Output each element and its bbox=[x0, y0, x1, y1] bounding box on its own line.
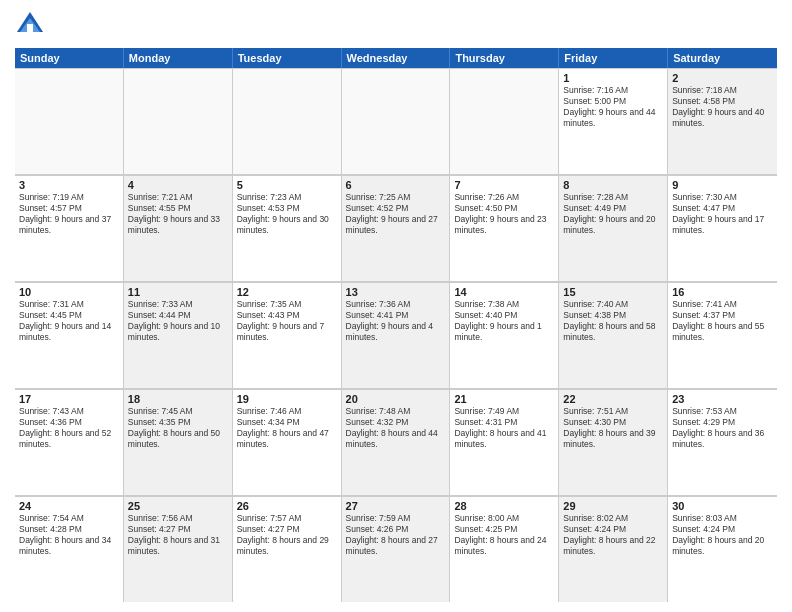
day-number: 11 bbox=[128, 286, 228, 298]
day-info: Sunrise: 8:00 AM Sunset: 4:25 PM Dayligh… bbox=[454, 513, 554, 557]
day-info: Sunrise: 7:21 AM Sunset: 4:55 PM Dayligh… bbox=[128, 192, 228, 236]
day-number: 24 bbox=[19, 500, 119, 512]
day-info: Sunrise: 7:26 AM Sunset: 4:50 PM Dayligh… bbox=[454, 192, 554, 236]
day-number: 15 bbox=[563, 286, 663, 298]
calendar-day-3: 3Sunrise: 7:19 AM Sunset: 4:57 PM Daylig… bbox=[15, 176, 124, 281]
day-info: Sunrise: 7:23 AM Sunset: 4:53 PM Dayligh… bbox=[237, 192, 337, 236]
calendar-day-20: 20Sunrise: 7:48 AM Sunset: 4:32 PM Dayli… bbox=[342, 390, 451, 495]
day-number: 21 bbox=[454, 393, 554, 405]
day-number: 25 bbox=[128, 500, 228, 512]
weekday-header-friday: Friday bbox=[559, 48, 668, 68]
weekday-header-tuesday: Tuesday bbox=[233, 48, 342, 68]
day-info: Sunrise: 7:56 AM Sunset: 4:27 PM Dayligh… bbox=[128, 513, 228, 557]
day-number: 4 bbox=[128, 179, 228, 191]
calendar-day-30: 30Sunrise: 8:03 AM Sunset: 4:24 PM Dayli… bbox=[668, 497, 777, 602]
calendar-body: 1Sunrise: 7:16 AM Sunset: 5:00 PM Daylig… bbox=[15, 68, 777, 602]
header bbox=[15, 10, 777, 40]
day-info: Sunrise: 7:36 AM Sunset: 4:41 PM Dayligh… bbox=[346, 299, 446, 343]
day-number: 16 bbox=[672, 286, 773, 298]
calendar-day-19: 19Sunrise: 7:46 AM Sunset: 4:34 PM Dayli… bbox=[233, 390, 342, 495]
day-info: Sunrise: 7:18 AM Sunset: 4:58 PM Dayligh… bbox=[672, 85, 773, 129]
day-number: 6 bbox=[346, 179, 446, 191]
calendar-row-3: 10Sunrise: 7:31 AM Sunset: 4:45 PM Dayli… bbox=[15, 282, 777, 389]
day-info: Sunrise: 7:31 AM Sunset: 4:45 PM Dayligh… bbox=[19, 299, 119, 343]
page: SundayMondayTuesdayWednesdayThursdayFrid… bbox=[0, 0, 792, 612]
calendar-day-17: 17Sunrise: 7:43 AM Sunset: 4:36 PM Dayli… bbox=[15, 390, 124, 495]
calendar-day-15: 15Sunrise: 7:40 AM Sunset: 4:38 PM Dayli… bbox=[559, 283, 668, 388]
day-info: Sunrise: 7:25 AM Sunset: 4:52 PM Dayligh… bbox=[346, 192, 446, 236]
calendar-day-8: 8Sunrise: 7:28 AM Sunset: 4:49 PM Daylig… bbox=[559, 176, 668, 281]
day-number: 10 bbox=[19, 286, 119, 298]
calendar-row-4: 17Sunrise: 7:43 AM Sunset: 4:36 PM Dayli… bbox=[15, 389, 777, 496]
calendar-day-14: 14Sunrise: 7:38 AM Sunset: 4:40 PM Dayli… bbox=[450, 283, 559, 388]
calendar-day-27: 27Sunrise: 7:59 AM Sunset: 4:26 PM Dayli… bbox=[342, 497, 451, 602]
day-number: 19 bbox=[237, 393, 337, 405]
calendar-header: SundayMondayTuesdayWednesdayThursdayFrid… bbox=[15, 48, 777, 68]
weekday-header-thursday: Thursday bbox=[450, 48, 559, 68]
calendar-row-1: 1Sunrise: 7:16 AM Sunset: 5:00 PM Daylig… bbox=[15, 68, 777, 175]
calendar-day-10: 10Sunrise: 7:31 AM Sunset: 4:45 PM Dayli… bbox=[15, 283, 124, 388]
day-number: 3 bbox=[19, 179, 119, 191]
day-number: 23 bbox=[672, 393, 773, 405]
calendar-day-29: 29Sunrise: 8:02 AM Sunset: 4:24 PM Dayli… bbox=[559, 497, 668, 602]
calendar-day-7: 7Sunrise: 7:26 AM Sunset: 4:50 PM Daylig… bbox=[450, 176, 559, 281]
day-number: 5 bbox=[237, 179, 337, 191]
day-info: Sunrise: 7:49 AM Sunset: 4:31 PM Dayligh… bbox=[454, 406, 554, 450]
calendar-day-23: 23Sunrise: 7:53 AM Sunset: 4:29 PM Dayli… bbox=[668, 390, 777, 495]
day-number: 22 bbox=[563, 393, 663, 405]
day-number: 17 bbox=[19, 393, 119, 405]
calendar-day-empty-0-3 bbox=[342, 69, 451, 174]
day-number: 28 bbox=[454, 500, 554, 512]
weekday-header-monday: Monday bbox=[124, 48, 233, 68]
day-info: Sunrise: 7:51 AM Sunset: 4:30 PM Dayligh… bbox=[563, 406, 663, 450]
day-number: 13 bbox=[346, 286, 446, 298]
day-info: Sunrise: 7:40 AM Sunset: 4:38 PM Dayligh… bbox=[563, 299, 663, 343]
calendar-day-4: 4Sunrise: 7:21 AM Sunset: 4:55 PM Daylig… bbox=[124, 176, 233, 281]
day-number: 27 bbox=[346, 500, 446, 512]
day-info: Sunrise: 7:28 AM Sunset: 4:49 PM Dayligh… bbox=[563, 192, 663, 236]
calendar-day-empty-0-2 bbox=[233, 69, 342, 174]
calendar-day-12: 12Sunrise: 7:35 AM Sunset: 4:43 PM Dayli… bbox=[233, 283, 342, 388]
calendar-day-21: 21Sunrise: 7:49 AM Sunset: 4:31 PM Dayli… bbox=[450, 390, 559, 495]
day-info: Sunrise: 7:38 AM Sunset: 4:40 PM Dayligh… bbox=[454, 299, 554, 343]
logo bbox=[15, 10, 49, 40]
day-number: 20 bbox=[346, 393, 446, 405]
calendar-day-13: 13Sunrise: 7:36 AM Sunset: 4:41 PM Dayli… bbox=[342, 283, 451, 388]
calendar-day-11: 11Sunrise: 7:33 AM Sunset: 4:44 PM Dayli… bbox=[124, 283, 233, 388]
calendar-day-empty-0-4 bbox=[450, 69, 559, 174]
day-info: Sunrise: 7:57 AM Sunset: 4:27 PM Dayligh… bbox=[237, 513, 337, 557]
day-info: Sunrise: 7:46 AM Sunset: 4:34 PM Dayligh… bbox=[237, 406, 337, 450]
calendar-day-24: 24Sunrise: 7:54 AM Sunset: 4:28 PM Dayli… bbox=[15, 497, 124, 602]
calendar-day-9: 9Sunrise: 7:30 AM Sunset: 4:47 PM Daylig… bbox=[668, 176, 777, 281]
calendar-day-empty-0-0 bbox=[15, 69, 124, 174]
weekday-header-saturday: Saturday bbox=[668, 48, 777, 68]
day-info: Sunrise: 7:43 AM Sunset: 4:36 PM Dayligh… bbox=[19, 406, 119, 450]
calendar-day-25: 25Sunrise: 7:56 AM Sunset: 4:27 PM Dayli… bbox=[124, 497, 233, 602]
calendar-day-16: 16Sunrise: 7:41 AM Sunset: 4:37 PM Dayli… bbox=[668, 283, 777, 388]
logo-icon bbox=[15, 10, 45, 40]
day-number: 14 bbox=[454, 286, 554, 298]
day-info: Sunrise: 7:54 AM Sunset: 4:28 PM Dayligh… bbox=[19, 513, 119, 557]
calendar: SundayMondayTuesdayWednesdayThursdayFrid… bbox=[15, 48, 777, 602]
day-number: 26 bbox=[237, 500, 337, 512]
calendar-day-5: 5Sunrise: 7:23 AM Sunset: 4:53 PM Daylig… bbox=[233, 176, 342, 281]
calendar-day-2: 2Sunrise: 7:18 AM Sunset: 4:58 PM Daylig… bbox=[668, 69, 777, 174]
day-info: Sunrise: 7:59 AM Sunset: 4:26 PM Dayligh… bbox=[346, 513, 446, 557]
day-info: Sunrise: 7:35 AM Sunset: 4:43 PM Dayligh… bbox=[237, 299, 337, 343]
day-info: Sunrise: 7:45 AM Sunset: 4:35 PM Dayligh… bbox=[128, 406, 228, 450]
weekday-header-wednesday: Wednesday bbox=[342, 48, 451, 68]
calendar-day-6: 6Sunrise: 7:25 AM Sunset: 4:52 PM Daylig… bbox=[342, 176, 451, 281]
calendar-day-18: 18Sunrise: 7:45 AM Sunset: 4:35 PM Dayli… bbox=[124, 390, 233, 495]
day-number: 30 bbox=[672, 500, 773, 512]
day-number: 9 bbox=[672, 179, 773, 191]
day-info: Sunrise: 8:02 AM Sunset: 4:24 PM Dayligh… bbox=[563, 513, 663, 557]
day-number: 7 bbox=[454, 179, 554, 191]
day-info: Sunrise: 7:41 AM Sunset: 4:37 PM Dayligh… bbox=[672, 299, 773, 343]
calendar-day-1: 1Sunrise: 7:16 AM Sunset: 5:00 PM Daylig… bbox=[559, 69, 668, 174]
day-info: Sunrise: 8:03 AM Sunset: 4:24 PM Dayligh… bbox=[672, 513, 773, 557]
day-number: 18 bbox=[128, 393, 228, 405]
day-info: Sunrise: 7:16 AM Sunset: 5:00 PM Dayligh… bbox=[563, 85, 663, 129]
day-number: 2 bbox=[672, 72, 773, 84]
calendar-day-28: 28Sunrise: 8:00 AM Sunset: 4:25 PM Dayli… bbox=[450, 497, 559, 602]
day-info: Sunrise: 7:48 AM Sunset: 4:32 PM Dayligh… bbox=[346, 406, 446, 450]
